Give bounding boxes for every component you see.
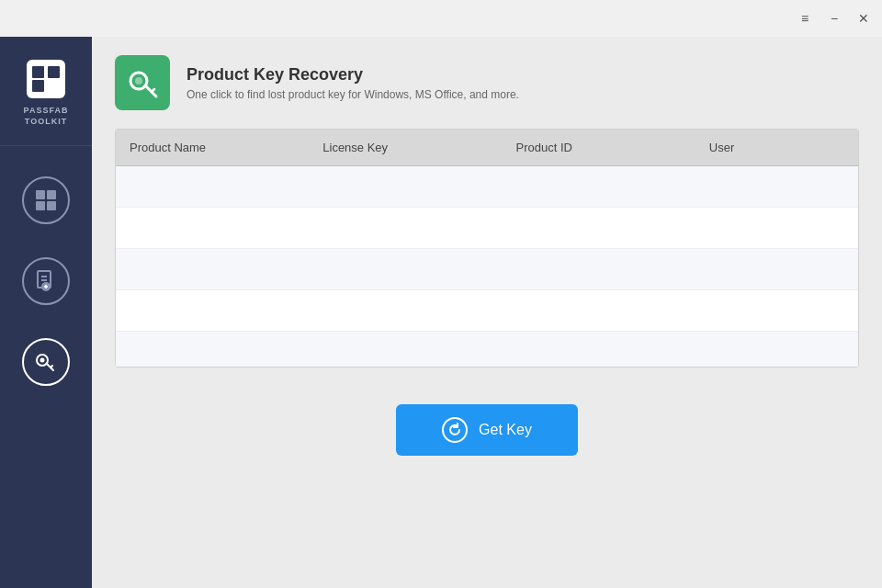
cell-product-id [516,345,709,360]
close-button[interactable]: ✕ [854,9,873,28]
button-area: Get Key [115,404,859,456]
cell-product-id [516,303,709,318]
cell-license-key [322,262,515,277]
product-key-icon-circle [22,338,70,386]
cell-license-key [322,179,515,194]
svg-rect-0 [32,66,44,78]
cell-product-name [130,345,322,360]
col-product-name: Product Name [130,141,322,154]
page-title: Product Key Recovery [187,65,519,85]
sidebar-logo: PASSFAB TOOLKIT [0,46,92,146]
col-user: User [709,141,844,154]
get-key-label: Get Key [479,422,532,438]
content-area: Product Key Recovery One click to find l… [92,37,882,588]
cell-user [709,220,844,235]
sidebar-item-file[interactable] [0,241,92,322]
table-row [116,332,858,368]
sidebar: PASSFAB TOOLKIT [0,37,92,588]
cell-product-id [516,179,709,194]
header-section: Product Key Recovery One click to find l… [115,55,859,110]
cell-user [709,303,844,318]
table-body [116,166,858,368]
page-description: One click to find lost product key for W… [187,88,519,101]
sidebar-item-product-key[interactable] [0,322,92,402]
col-license-key: License Key [322,141,515,154]
svg-point-12 [135,77,142,85]
menu-button[interactable]: ≡ [796,9,814,28]
minimize-button[interactable]: − [825,9,843,28]
cell-license-key [322,220,515,235]
get-key-button[interactable]: Get Key [396,404,578,456]
table-row [116,290,858,332]
cell-product-name [130,179,322,194]
cell-product-id [516,262,709,277]
file-icon-circle [22,257,70,305]
table-header: Product Name License Key Product ID User [116,130,858,166]
sidebar-item-windows[interactable] [0,160,92,241]
app-icon [115,55,170,110]
svg-rect-1 [48,66,60,78]
svg-point-10 [40,358,45,363]
table-row [116,208,858,249]
refresh-icon [442,417,468,443]
cell-user [709,262,844,277]
results-table: Product Name License Key Product ID User [115,129,859,368]
logo-icon [27,60,65,98]
svg-rect-4 [47,190,56,199]
cell-license-key [322,303,515,318]
cell-user [709,179,844,194]
table-row [116,166,858,208]
cell-user [709,345,844,360]
header-text: Product Key Recovery One click to find l… [187,65,519,101]
windows-icon-circle [22,176,70,224]
cell-product-name [130,303,322,318]
svg-rect-2 [32,80,44,92]
table-row [116,249,858,290]
app-body: PASSFAB TOOLKIT [0,37,882,588]
cell-product-name [130,220,322,235]
title-bar: ≡ − ✕ [0,0,882,37]
logo-text: PASSFAB TOOLKIT [24,106,69,127]
cell-product-id [516,220,709,235]
svg-rect-5 [36,201,45,210]
cell-license-key [322,345,515,360]
col-product-id: Product ID [516,141,709,154]
cell-product-name [130,262,322,277]
svg-rect-3 [36,190,45,199]
svg-rect-6 [47,201,56,210]
